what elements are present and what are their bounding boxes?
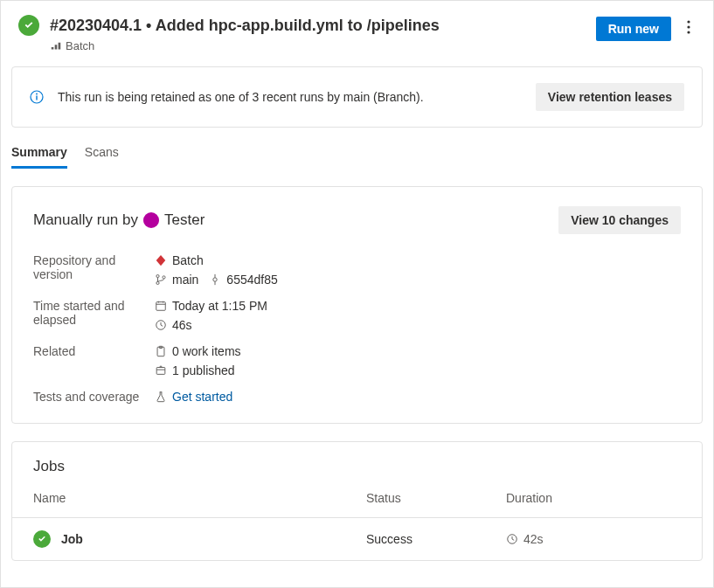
jobs-title: Jobs (33, 458, 681, 475)
calendar-icon (155, 300, 167, 312)
jobs-card: Jobs Name Status Duration Job Success 42… (11, 441, 703, 561)
run-title: #20230404.1 • Added hpc-app.build.yml to… (50, 15, 596, 36)
job-name-text: Job (61, 532, 83, 546)
commit-icon (209, 273, 221, 286)
vertical-dots-icon (687, 20, 690, 34)
svg-point-7 (156, 281, 159, 284)
svg-point-9 (213, 278, 217, 281)
svg-rect-4 (36, 96, 37, 100)
tab-summary[interactable]: Summary (11, 145, 67, 169)
page-header: #20230404.1 • Added hpc-app.build.yml to… (1, 1, 713, 61)
svg-rect-10 (156, 302, 166, 311)
label-repo: Repository and version (33, 253, 151, 287)
view-retention-button[interactable]: View retention leases (536, 83, 684, 111)
clock-icon (155, 319, 167, 331)
tab-scans[interactable]: Scans (85, 145, 119, 169)
tests-get-started-link[interactable]: Get started (172, 390, 232, 404)
svg-point-2 (687, 31, 690, 33)
branch-link[interactable]: main (172, 273, 198, 287)
col-status: Status (366, 491, 506, 505)
run-new-button[interactable]: Run new (596, 17, 671, 41)
success-icon (18, 15, 39, 36)
success-icon (33, 530, 51, 548)
job-row[interactable]: Job Success 42s (12, 517, 702, 560)
summary-card: Manually run by Tester View 10 changes R… (11, 186, 703, 424)
retention-banner: This run is being retained as one of 3 r… (11, 66, 703, 128)
view-changes-button[interactable]: View 10 changes (558, 206, 681, 234)
retention-message: This run is being retained as one of 3 r… (58, 90, 536, 104)
clock-icon (506, 533, 518, 545)
work-items[interactable]: 0 work items (172, 344, 241, 358)
tab-bar: Summary Scans (1, 128, 713, 169)
repo-icon (155, 254, 167, 266)
info-icon (30, 90, 44, 104)
col-duration: Duration (506, 491, 681, 505)
svg-point-1 (687, 25, 690, 28)
time-elapsed: 46s (172, 318, 192, 332)
repo-link[interactable]: Batch (155, 253, 681, 267)
run-by-user: Tester (164, 211, 204, 229)
label-tests: Tests and coverage (33, 390, 151, 404)
label-time: Time started and elapsed (33, 299, 151, 332)
commit-link[interactable]: 6554df85 (226, 273, 277, 287)
flask-icon (155, 391, 167, 403)
pipeline-link[interactable]: Batch (50, 39, 596, 52)
branch-icon (155, 273, 167, 286)
published-link[interactable]: 1 published (172, 363, 235, 377)
svg-point-8 (163, 276, 165, 279)
job-duration-text: 42s (523, 532, 544, 546)
clipboard-icon (155, 345, 167, 357)
col-name: Name (33, 491, 366, 505)
svg-point-6 (156, 274, 159, 277)
more-actions-button[interactable] (682, 15, 696, 42)
label-related: Related (33, 344, 151, 377)
artifact-icon (155, 364, 167, 377)
svg-point-0 (687, 20, 690, 23)
job-status-text: Success (366, 532, 506, 546)
avatar (143, 212, 159, 228)
svg-rect-14 (156, 368, 165, 375)
svg-point-5 (36, 93, 38, 95)
pipeline-icon (50, 40, 62, 52)
run-by-heading: Manually run by Tester (33, 211, 204, 229)
time-started: Today at 1:15 PM (172, 299, 267, 313)
